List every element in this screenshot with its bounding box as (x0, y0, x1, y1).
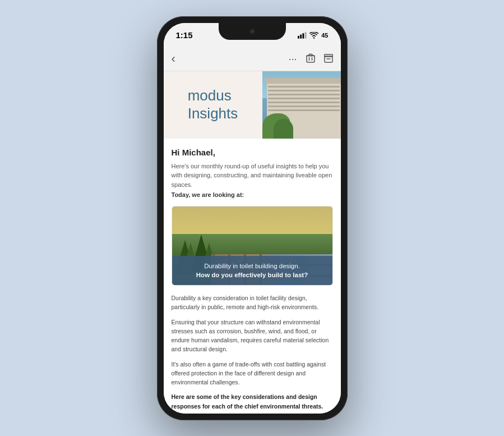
svg-rect-3 (305, 32, 307, 38)
camera (249, 29, 255, 34)
sky (172, 206, 332, 234)
brand-section: modus Insights (164, 71, 262, 139)
svg-rect-5 (307, 56, 315, 62)
toolbar: ‹ ··· (164, 48, 341, 71)
status-icons: 45 (298, 32, 328, 39)
email-header: modus Insights (164, 71, 341, 139)
archive-button[interactable] (324, 53, 333, 65)
article-caption: Durability in toilet building design. Ho… (172, 256, 332, 285)
brand-name-line1: modus (188, 87, 238, 104)
svg-rect-2 (303, 33, 304, 38)
article-para2: Ensuring that your structure can withsta… (172, 318, 333, 354)
article-bold-text: Here are some of the key considerations … (172, 392, 333, 411)
header-image (262, 71, 341, 139)
brand-title: modus Insights (188, 87, 238, 122)
greeting: Hi Michael, (172, 148, 333, 157)
article-caption-text: Durability in toilet building design. Ho… (179, 261, 326, 279)
today-label: Today, we are looking at: (172, 191, 333, 198)
article-para3: It's also often a game of trade-offs wit… (172, 360, 333, 387)
email-content: modus Insights (164, 71, 341, 414)
building-image (262, 71, 341, 139)
toolbar-right: ··· (288, 53, 332, 65)
svg-rect-0 (298, 35, 299, 38)
trash-button[interactable] (306, 53, 315, 65)
notch (219, 23, 286, 40)
toolbar-left: ‹ (172, 52, 175, 66)
status-bar: 1:15 (164, 23, 341, 48)
intro-text: Here's our monthly round-up of useful in… (172, 162, 333, 190)
article-card: Durability in toilet building design. Ho… (172, 206, 333, 286)
signal-icon (298, 32, 307, 39)
article-para1: Durability a key consideration in toilet… (172, 293, 333, 312)
email-body: Hi Michael, Here's our monthly round-up … (164, 139, 341, 414)
back-button[interactable]: ‹ (172, 52, 175, 66)
svg-point-4 (313, 37, 315, 38)
status-time: 1:15 (176, 30, 193, 40)
brand-name-line2: Insights (188, 105, 238, 122)
svg-rect-1 (300, 34, 302, 38)
svg-rect-11 (324, 54, 332, 57)
article-image: Durability in toilet building design. Ho… (172, 206, 332, 285)
more-button[interactable]: ··· (288, 53, 297, 65)
phone-screen: 1:15 (164, 23, 341, 414)
phone-frame: 1:15 (157, 16, 348, 420)
wifi-icon (309, 32, 318, 39)
battery-icon: 45 (321, 32, 328, 39)
